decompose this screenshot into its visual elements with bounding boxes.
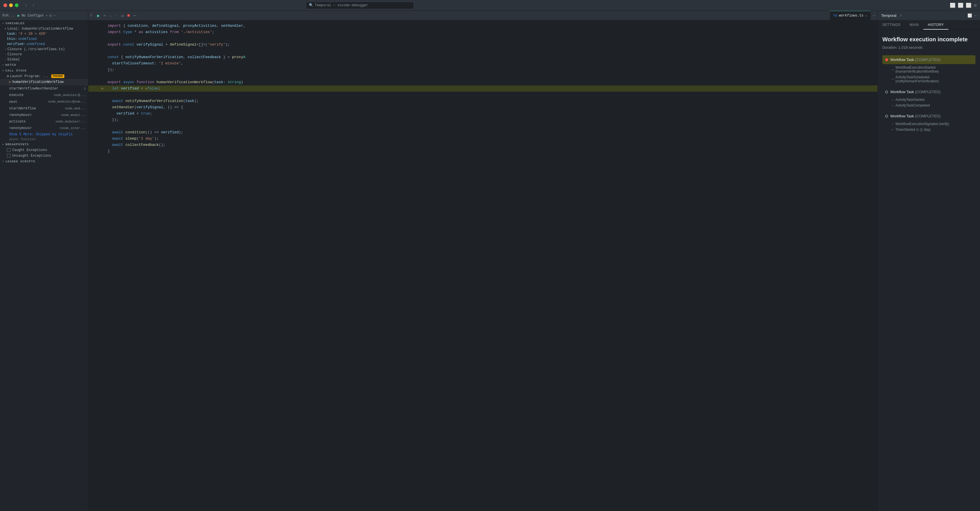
frame-ref-2: node_modules/@...: [54, 93, 86, 98]
sub-event-1-0: → ActivityTaskStarted: [882, 97, 975, 102]
launch-label: Launch Program: ...: [10, 74, 49, 78]
callstack-chevron: ▾: [2, 69, 4, 72]
gear-icon[interactable]: ⚙: [49, 13, 51, 18]
var-verified: verified: undefined: [0, 41, 88, 47]
callstack-frame-7[interactable]: <anonymous> <node_inter...: [0, 125, 88, 132]
task-label-2: Workflow Task (COMPLETED): [890, 114, 941, 118]
history-item-1: Workflow Task (COMPLETED) → ActivityTask…: [882, 88, 975, 108]
closure-scope-1[interactable]: › Closure (./src/workflows.ts): [0, 47, 88, 52]
breakpoints-header[interactable]: ▾ BREAKPOINTS: [0, 142, 88, 147]
launch-icon: ⚙: [7, 74, 9, 78]
breakpoints-section: ▾ BREAKPOINTS Caught Exceptions Uncaught…: [0, 142, 88, 159]
search-bar[interactable]: 🔍 Temporal — vscode-debugger: [306, 2, 414, 9]
titlebar-nav: ‹ ›: [23, 2, 37, 8]
frame-name-3: next: [9, 99, 18, 105]
callstack-frame-3[interactable]: next node_modules/@tem...: [0, 99, 88, 105]
play-button[interactable]: ▶: [18, 13, 20, 18]
tab-history[interactable]: HISTORY: [923, 21, 948, 30]
closure-scope-2[interactable]: › Closure: [0, 52, 88, 57]
var-task-key: task:: [7, 32, 17, 36]
step-into-icon[interactable]: ↓: [109, 13, 111, 18]
restart-icon[interactable]: ↺: [121, 13, 124, 19]
callstack-label: CALL STACK: [5, 69, 27, 72]
step-out-icon[interactable]: ↑: [115, 13, 118, 18]
code-line-13: await condition(() => verified);: [88, 129, 878, 135]
grid-icon[interactable]: ⊞: [974, 3, 977, 8]
sub-event-text-2-1: TimerStarted ⊙ (1 day): [896, 127, 931, 132]
variables-header[interactable]: ▾ VARIABLES: [0, 21, 88, 26]
panels-icon[interactable]: ⬜: [966, 3, 972, 8]
callstack-frame-0[interactable]: ▷ humanVerificationWorkflow: [0, 79, 88, 86]
debug-more-icon[interactable]: ⋯: [133, 13, 136, 19]
editor-content[interactable]: import { condition, defineSignal, proxyA…: [88, 21, 878, 511]
tab-settings[interactable]: SETTINGS: [878, 21, 905, 30]
back-icon[interactable]: ‹: [23, 2, 29, 8]
history-task-0[interactable]: Workflow Task (COMPLETED): [882, 55, 975, 64]
main-layout: RUN... ▶ No Configur ▾ ⚙ ⋯ ▾ VARIABLES ▾…: [0, 11, 980, 511]
code-line-blank-2: [88, 48, 878, 54]
panel-more-icon[interactable]: ⋯: [974, 13, 977, 18]
tab-more-icon[interactable]: ⋯: [871, 13, 878, 18]
callstack-frame-4[interactable]: startWorkflow node_mod...: [0, 105, 88, 112]
global-scope[interactable]: › Global: [0, 57, 88, 62]
watch-section: › WATCH: [0, 62, 88, 68]
forward-icon[interactable]: ›: [30, 2, 37, 8]
watch-header[interactable]: › WATCH: [0, 62, 88, 68]
callstack-frame-2[interactable]: execute node_modules/@...: [0, 92, 88, 99]
tab-close-icon[interactable]: ✕: [865, 14, 867, 18]
code-line-blank-4: [88, 92, 878, 98]
frame-name-0: humanVerificationWorkflow: [12, 80, 64, 85]
caught-checkbox[interactable]: [7, 148, 11, 152]
show-more-link[interactable]: Show 5 More: Skipped by skipFil: [0, 132, 88, 137]
callstack-frame-6[interactable]: activate node_modules/...: [0, 118, 88, 125]
global-label: Global: [7, 57, 20, 62]
duration-label: Duration: 1.018 seconds: [882, 45, 975, 49]
config-name[interactable]: No Configur: [22, 14, 44, 18]
history-task-1[interactable]: Workflow Task (COMPLETED): [882, 88, 975, 96]
breakpoint-caught[interactable]: Caught Exceptions: [0, 147, 88, 153]
continue-icon[interactable]: ▶: [97, 13, 100, 19]
tab-main[interactable]: MAIN: [905, 21, 923, 30]
editor-tabs: ⠿ ▶ ↷ ↓ ↑ ↺ ■ ⋯ TS workflows.ts ✕ ⋯: [88, 11, 878, 21]
arrow-right-icon-2: →: [891, 77, 894, 81]
layout-icon[interactable]: ⬜: [958, 3, 964, 8]
launch-program-item[interactable]: ⚙ Launch Program: ... PAUSED: [0, 73, 88, 79]
code-line-1: import { condition, defineSignal, proxyA…: [88, 23, 878, 29]
sub-event-2-1: ← TimerStarted ⊙ (1 day): [882, 127, 975, 132]
callstack-frame-5[interactable]: <anonymous> node_modul...: [0, 112, 88, 118]
frame-ref-4: node_mod...: [65, 106, 86, 111]
callstack-frame-1[interactable]: startWorkflowNextHandler i: [0, 86, 88, 92]
var-task: task: '4 + 20 = 420': [0, 31, 88, 37]
stop-icon[interactable]: ■: [127, 13, 130, 18]
async-label: async function: [0, 137, 88, 142]
history-task-2[interactable]: Workflow Task (COMPLETED): [882, 111, 975, 121]
sub-event-1-1: → ActivityTaskCompleted: [882, 102, 975, 108]
tab-workflows[interactable]: TS workflows.ts ✕: [830, 11, 871, 21]
local-scope-header[interactable]: ▾ Local: humanVerificationWorkflow: [0, 26, 88, 31]
arrow-left-icon: ←: [891, 127, 894, 132]
more-icon[interactable]: ⋯: [53, 13, 56, 18]
arrow-right-icon: →: [891, 67, 894, 72]
uncaught-checkbox[interactable]: [7, 154, 11, 158]
step-over-icon[interactable]: ↷: [103, 13, 106, 19]
panel-split-icon[interactable]: ⬜: [967, 13, 972, 18]
breakpoint-uncaught[interactable]: Uncaught Exceptions: [0, 153, 88, 159]
callstack-header[interactable]: ▾ CALL STACK: [0, 68, 88, 73]
closure-label-1: Closure (./src/workflows.ts): [7, 47, 65, 51]
sidebar-icon[interactable]: ⬜: [950, 3, 956, 8]
loaded-scripts-header[interactable]: › LOADED SCRIPTS: [0, 159, 88, 164]
right-panel-content[interactable]: Workflow execution incomplete Duration: …: [878, 30, 980, 511]
code-line-blank-5: [88, 123, 878, 129]
code-line-14: await sleep('1 day');: [88, 135, 878, 142]
close-button[interactable]: [3, 3, 7, 7]
breakpoints-label: BREAKPOINTS: [5, 143, 29, 146]
maximize-button[interactable]: [15, 3, 19, 7]
code-line-3: export const verifySignal = defineSignal…: [88, 41, 878, 48]
code-line-11: verified = true;: [88, 110, 878, 117]
tab-filename: workflows.ts: [839, 14, 863, 18]
debug-toolbar: RUN... ▶ No Configur ▾ ⚙ ⋯: [0, 11, 88, 21]
right-panel-header: Temporal ✕ ⬜ ⋯: [878, 11, 980, 21]
config-chevron[interactable]: ▾: [46, 14, 48, 18]
minimize-button[interactable]: [9, 3, 13, 7]
panel-close-icon[interactable]: ✕: [900, 13, 902, 18]
